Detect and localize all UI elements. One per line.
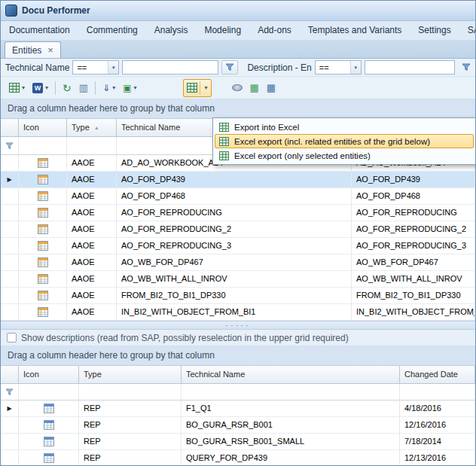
filter-cell[interactable] xyxy=(400,384,475,401)
workbook-icon xyxy=(38,208,48,218)
column-header-technical-name[interactable]: Technical Name xyxy=(182,366,400,384)
excel-icon xyxy=(219,137,229,146)
menu-item[interactable]: Templates and Variants xyxy=(300,21,410,40)
refresh-button[interactable]: ↻ xyxy=(59,79,75,97)
report-icon xyxy=(44,420,54,430)
upper-group-panel[interactable]: Drag a column header here to group by th… xyxy=(1,99,475,119)
column-header-icon[interactable]: Icon xyxy=(19,119,67,137)
filter-cell[interactable] xyxy=(19,384,79,401)
table-row[interactable]: ▶ AAOE FROM_BI2_ xyxy=(1,288,475,304)
export-down-icon: ⇓ xyxy=(102,84,110,93)
menu-item[interactable]: Add-ons xyxy=(249,21,300,40)
toolbar-separator xyxy=(55,81,56,95)
chevron-down-icon[interactable]: ▾ xyxy=(205,84,208,91)
lower-grid: Drag a column header here to group by th… xyxy=(1,346,475,466)
technical-name-filter-input[interactable] xyxy=(122,60,218,75)
menu-item[interactable]: Documentation xyxy=(1,21,78,40)
technical-name-operator-select[interactable]: == ▾ xyxy=(72,60,119,75)
workbook-icon xyxy=(38,291,48,300)
table-detail-button[interactable]: ▦ xyxy=(263,79,279,97)
row-filter-button[interactable] xyxy=(1,137,19,155)
show-descriptions-label: Show descriptions (read from SAP, possib… xyxy=(21,333,349,343)
show-descriptions-checkbox[interactable] xyxy=(7,333,17,343)
chevron-down-icon[interactable]: ▾ xyxy=(112,84,115,91)
table-row[interactable]: ▶ AAOE AO_FOR_RE xyxy=(1,238,475,254)
toolbar: ▾ W ▾ ↻ ▥ ⇓ ▾ ▣ ▾ xyxy=(1,77,475,99)
splitter-grip: ····· xyxy=(225,323,250,327)
lower-group-panel[interactable]: Drag a column header here to group by th… xyxy=(1,346,475,366)
tab-label: Entities xyxy=(12,45,41,56)
chevron-down-icon[interactable]: ▾ xyxy=(45,84,48,91)
row-pointer-icon: ▶ xyxy=(7,401,11,416)
funnel-icon xyxy=(5,142,14,150)
table-row[interactable]: ▶ REP BO_GURA_RSR_B001 xyxy=(1,417,475,434)
table-row[interactable]: ▶ AAOE AO_WB_FOR xyxy=(1,254,475,271)
lower-grid-header: Icon Type Technical Name Changed Date xyxy=(1,366,475,384)
tab-close-icon[interactable]: × xyxy=(47,45,53,55)
menu-item-label: Export into Excel xyxy=(234,123,299,132)
chevron-down-icon[interactable]: ▾ xyxy=(108,61,118,74)
description-operator-select[interactable]: == ▾ xyxy=(315,60,362,75)
app-icon xyxy=(5,5,17,17)
refresh-icon: ↻ xyxy=(63,83,72,93)
table-row[interactable]: ▶ AAOE AO_FOR_DP xyxy=(1,172,475,188)
column-header-type[interactable]: Type xyxy=(79,366,182,384)
preview-button[interactable] xyxy=(228,79,246,97)
excel-export-menu-button[interactable]: ▾ xyxy=(183,79,212,97)
excel-export-button[interactable]: ▾ xyxy=(5,79,29,97)
title-bar[interactable]: Docu Performer xyxy=(1,1,475,21)
description-filter-input[interactable] xyxy=(365,60,455,75)
menu-item[interactable]: Analysis xyxy=(146,21,197,40)
table-row[interactable]: ▶ AAOE AO_FOR_RE xyxy=(1,205,475,221)
menu-item[interactable]: SAP I xyxy=(459,21,475,40)
table-row[interactable]: ▶ REP F1_Q1 4/18/2016 xyxy=(1,401,475,417)
workbook-icon xyxy=(38,274,48,284)
table-row[interactable]: ▶ REP QUERY_FOR_DP439 xyxy=(1,450,475,466)
chevron-down-icon[interactable]: ▾ xyxy=(22,84,25,91)
menu-item[interactable]: Excel export (incl. related entities of … xyxy=(215,134,474,148)
upper-grid-rows: ▶ AAOE AD_AO_WOR xyxy=(1,155,475,321)
eye-icon xyxy=(232,84,243,91)
menu-item[interactable]: Commenting xyxy=(78,21,146,40)
column-header-icon[interactable]: Icon xyxy=(19,366,79,384)
lower-grid-rows: ▶ REP F1_Q1 4/18/2016 xyxy=(1,401,475,466)
column-header-changed-date[interactable]: Changed Date xyxy=(400,366,475,384)
table-view-button[interactable]: ▦ xyxy=(246,79,263,97)
table-row[interactable]: ▶ REP BO_GURA_RSR_B001_SMALL xyxy=(1,434,475,450)
chevron-down-icon[interactable]: ▾ xyxy=(350,61,361,74)
filter-options-button[interactable] xyxy=(221,60,238,75)
menu-item[interactable]: Settings xyxy=(410,21,459,40)
tab-entities[interactable]: Entities × xyxy=(5,41,61,58)
excel-icon xyxy=(219,123,229,132)
menu-item[interactable]: Modeling xyxy=(196,21,249,40)
menu-item[interactable]: Export into Excel xyxy=(215,120,474,134)
excel-icon xyxy=(187,83,197,93)
filter-cell[interactable] xyxy=(79,384,182,401)
technical-name-filter-label: Technical Name xyxy=(5,62,69,73)
header-indicator-cell xyxy=(1,119,19,137)
menu-item-label: Excel export (incl. related entities of … xyxy=(234,137,430,146)
chevron-down-icon[interactable]: ▾ xyxy=(133,84,136,91)
filter-cell[interactable] xyxy=(19,137,67,155)
filter-cell[interactable] xyxy=(67,137,117,155)
table-row[interactable]: ▶ AAOE AO_FOR_DP xyxy=(1,188,475,205)
word-export-button[interactable]: W ▾ xyxy=(29,79,52,97)
table-row[interactable]: ▶ AAOE IN_BI2_WI xyxy=(1,304,475,321)
grid-filter-button[interactable] xyxy=(462,63,471,72)
column-header-type[interactable]: Type ▲ xyxy=(67,119,117,137)
splitter-handle[interactable]: ····· xyxy=(1,321,475,330)
filter-cell[interactable] xyxy=(182,384,400,401)
toolbar-separator xyxy=(95,81,96,95)
funnel-icon xyxy=(462,63,471,72)
row-filter-button[interactable] xyxy=(1,384,19,401)
copy-grid-button[interactable]: ▣ ▾ xyxy=(119,79,140,97)
table-row[interactable]: ▶ AAOE AO_FOR_RE xyxy=(1,221,475,238)
menu-item[interactable]: Excel export (only selected entities) xyxy=(215,148,474,163)
report-icon xyxy=(44,453,54,463)
report-icon xyxy=(44,437,54,446)
funnel-icon xyxy=(5,388,14,396)
table-row[interactable]: ▶ AAOE AO_WB_WIT xyxy=(1,271,475,288)
row-pointer-icon: ▶ xyxy=(7,172,11,187)
columns-button[interactable]: ▥ xyxy=(75,79,92,97)
export-grid-button[interactable]: ⇓ ▾ xyxy=(99,79,119,97)
